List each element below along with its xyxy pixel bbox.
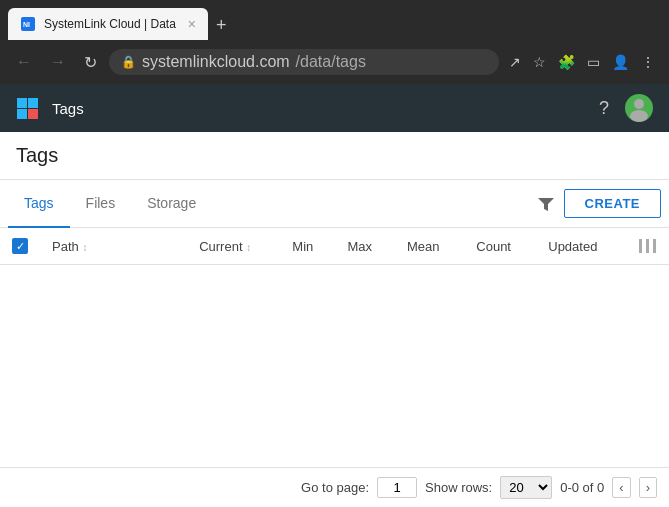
app-topbar: Tags ? — [0, 84, 669, 132]
tab-files[interactable]: Files — [70, 180, 132, 228]
th-actions — [626, 228, 669, 265]
app-title: Tags — [52, 100, 84, 117]
menu-button[interactable]: ⋮ — [637, 50, 659, 74]
active-tab[interactable]: NI SystemLink Cloud | Data × — [8, 8, 208, 40]
th-mean: Mean — [395, 228, 464, 265]
help-button[interactable]: ? — [595, 94, 613, 123]
app-logo — [16, 96, 40, 120]
th-max: Max — [335, 228, 395, 265]
th-path[interactable]: Path ↕ — [40, 228, 187, 265]
page-header-title: Tags — [16, 144, 653, 167]
new-tab-button[interactable]: + — [208, 11, 235, 40]
th-count: Count — [464, 228, 536, 265]
pagination-bar: Go to page: Show rows: 10 20 50 100 0-0 … — [0, 467, 669, 507]
profile-button[interactable]: 👤 — [608, 50, 633, 74]
next-page-button[interactable]: › — [639, 477, 657, 498]
select-all-checkbox[interactable] — [12, 238, 28, 254]
svg-rect-5 — [28, 109, 38, 119]
create-button[interactable]: CREATE — [564, 189, 661, 218]
record-count-label: 0-0 of 0 — [560, 480, 604, 495]
rows-per-page-select[interactable]: 10 20 50 100 — [500, 476, 552, 499]
reload-button[interactable]: ↻ — [78, 49, 103, 76]
show-rows-label: Show rows: — [425, 480, 492, 495]
user-avatar[interactable] — [625, 94, 653, 122]
address-domain: systemlinkcloud.com — [142, 53, 290, 71]
tab-title: SystemLink Cloud | Data — [44, 17, 176, 31]
address-path: /data/tags — [296, 53, 366, 71]
tab-bar: NI SystemLink Cloud | Data × + — [0, 0, 669, 40]
tab-tags[interactable]: Tags — [8, 180, 70, 228]
forward-button[interactable]: → — [44, 49, 72, 75]
lock-icon: 🔒 — [121, 55, 136, 69]
svg-rect-2 — [17, 98, 27, 108]
table-header: Path ↕ Current ↕ Min Max Mean — [0, 228, 669, 265]
svg-marker-8 — [538, 198, 554, 211]
go-to-page-label: Go to page: — [301, 480, 369, 495]
page-number-input[interactable] — [377, 477, 417, 498]
filter-button[interactable] — [528, 186, 564, 222]
table-container: Path ↕ Current ↕ Min Max Mean — [0, 228, 669, 467]
share-button[interactable]: ↗ — [505, 50, 525, 74]
svg-point-7 — [630, 110, 648, 122]
svg-rect-3 — [28, 98, 38, 108]
app-container: Tags ? Tags Tags Files Storage CREATE — [0, 84, 669, 507]
address-input-wrap[interactable]: 🔒 systemlinkcloud.com /data/tags — [109, 49, 499, 75]
tab-storage[interactable]: Storage — [131, 180, 212, 228]
address-bar: ← → ↻ 🔒 systemlinkcloud.com /data/tags ↗… — [0, 40, 669, 84]
svg-rect-4 — [17, 109, 27, 119]
th-min: Min — [280, 228, 335, 265]
prev-page-button[interactable]: ‹ — [612, 477, 630, 498]
tab-close-button[interactable]: × — [188, 16, 196, 32]
page-header: Tags — [0, 132, 669, 180]
bookmark-button[interactable]: ☆ — [529, 50, 550, 74]
extensions-button[interactable]: 🧩 — [554, 50, 579, 74]
svg-point-6 — [634, 99, 644, 109]
tab-favicon: NI — [20, 16, 36, 32]
filter-icon — [536, 194, 556, 214]
tabs-bar: Tags Files Storage CREATE — [0, 180, 669, 228]
th-checkbox — [0, 228, 40, 265]
th-updated: Updated — [536, 228, 626, 265]
sidebar-button[interactable]: ▭ — [583, 50, 604, 74]
th-current[interactable]: Current ↕ — [187, 228, 280, 265]
path-sort-icon: ↕ — [82, 242, 87, 253]
browser-chrome: NI SystemLink Cloud | Data × + ← → ↻ 🔒 s… — [0, 0, 669, 84]
data-table: Path ↕ Current ↕ Min Max Mean — [0, 228, 669, 265]
back-button[interactable]: ← — [10, 49, 38, 75]
svg-text:NI: NI — [23, 21, 30, 28]
column-settings-icon[interactable] — [638, 239, 657, 253]
address-actions: ↗ ☆ 🧩 ▭ 👤 ⋮ — [505, 50, 659, 74]
current-sort-icon: ↕ — [246, 242, 251, 253]
